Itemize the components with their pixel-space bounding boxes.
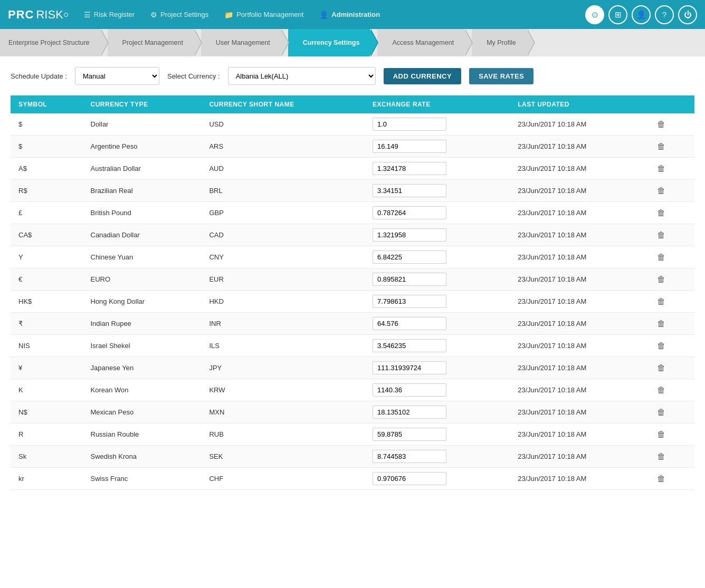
cell-delete: 🗑	[646, 401, 694, 423]
exchange-rate-input[interactable]	[373, 206, 446, 219]
cell-currency-type: Australian Dollar	[83, 158, 202, 180]
exchange-rate-input[interactable]	[373, 250, 446, 264]
delete-currency-button[interactable]: 🗑	[654, 141, 668, 152]
exchange-rate-input[interactable]	[373, 450, 446, 463]
delete-currency-button[interactable]: 🗑	[654, 473, 668, 485]
cell-currency-type: Indian Rupee	[83, 313, 202, 335]
breadcrumb-user-management[interactable]: User Management	[201, 29, 281, 56]
cell-symbol: Y	[11, 246, 83, 268]
cell-currency-type: Brazilian Real	[83, 180, 202, 202]
breadcrumb-access-management[interactable]: Access Management	[377, 29, 464, 56]
delete-currency-button[interactable]: 🗑	[654, 318, 668, 330]
cell-last-updated: 23/Jun/2017 10:18 AM	[510, 379, 646, 401]
delete-currency-button[interactable]: 🗑	[654, 119, 668, 130]
table-header: SYMBOL CURRENCY TYPE CURRENCY SHORT NAME…	[11, 95, 694, 113]
table-row: R Russian Rouble RUB 23/Jun/2017 10:18 A…	[11, 423, 694, 446]
cell-last-updated: 23/Jun/2017 10:18 AM	[510, 313, 646, 335]
cell-symbol: $	[11, 136, 83, 158]
exchange-rate-input[interactable]	[373, 317, 446, 330]
delete-currency-button[interactable]: 🗑	[654, 429, 668, 440]
breadcrumb-currency-settings[interactable]: Currency Settings	[288, 29, 370, 56]
top-navigation: PRC RISK ☰ Risk Register ⚙ Project Setti…	[0, 0, 705, 29]
add-currency-button[interactable]: ADD CURRENCY	[384, 68, 461, 84]
schedule-update-label: Schedule Update :	[11, 72, 67, 80]
cell-currency-type: EURO	[83, 268, 202, 291]
cell-exchange-rate	[365, 158, 510, 180]
cell-currency-type: Israel Shekel	[83, 335, 202, 357]
exchange-rate-input[interactable]	[373, 472, 446, 485]
cell-exchange-rate	[365, 313, 510, 335]
cell-currency-type: Korean Won	[83, 379, 202, 401]
table-row: Y Chinese Yuan CNY 23/Jun/2017 10:18 AM …	[11, 246, 694, 268]
cell-delete: 🗑	[646, 268, 694, 291]
exchange-rate-input[interactable]	[373, 406, 446, 419]
exchange-rate-input[interactable]	[373, 428, 446, 441]
delete-currency-button[interactable]: 🗑	[654, 362, 668, 374]
cell-last-updated: 23/Jun/2017 10:18 AM	[510, 202, 646, 224]
cell-last-updated: 23/Jun/2017 10:18 AM	[510, 246, 646, 268]
cell-short-name: ILS	[201, 335, 365, 357]
cell-exchange-rate	[365, 136, 510, 158]
delete-currency-button[interactable]: 🗑	[654, 229, 668, 241]
breadcrumb-enterprise-project-structure[interactable]: Enterprise Project Structure	[0, 29, 100, 56]
cell-delete: 🗑	[646, 468, 694, 490]
table-row: NIS Israel Shekel ILS 23/Jun/2017 10:18 …	[11, 335, 694, 357]
delete-currency-button[interactable]: 🗑	[654, 163, 668, 175]
user-button[interactable]: 👤	[632, 5, 651, 24]
select-currency-dropdown[interactable]: Albania Lek(ALL)	[228, 67, 376, 85]
cell-last-updated: 23/Jun/2017 10:18 AM	[510, 468, 646, 490]
controls-row: Schedule Update : Manual Daily Weekly Mo…	[11, 67, 694, 85]
toggle-button[interactable]: ⊙	[585, 5, 604, 24]
cell-currency-type: Mexican Peso	[83, 401, 202, 423]
nav-portfolio-management[interactable]: 📁 Portfolio Management	[224, 11, 303, 19]
portfolio-icon: 📁	[224, 11, 233, 19]
cell-delete: 🗑	[646, 202, 694, 224]
delete-currency-button[interactable]: 🗑	[654, 274, 668, 285]
schedule-update-select[interactable]: Manual Daily Weekly Monthly	[75, 67, 159, 85]
exchange-rate-input[interactable]	[373, 295, 446, 308]
cell-currency-type: Dollar	[83, 113, 202, 136]
exchange-rate-input[interactable]	[373, 162, 446, 175]
save-rates-button[interactable]: SAVE RATES	[469, 68, 533, 84]
delete-currency-button[interactable]: 🗑	[654, 252, 668, 263]
table-row: CA$ Canadian Dollar CAD 23/Jun/2017 10:1…	[11, 224, 694, 246]
exchange-rate-input[interactable]	[373, 361, 446, 374]
delete-currency-button[interactable]: 🗑	[654, 384, 668, 396]
nav-risk-register[interactable]: ☰ Risk Register	[84, 11, 135, 19]
nav-project-settings[interactable]: ⚙ Project Settings	[150, 11, 208, 19]
cell-delete: 🗑	[646, 158, 694, 180]
breadcrumb-my-profile[interactable]: My Profile	[472, 29, 527, 56]
exchange-rate-input[interactable]	[373, 339, 446, 352]
table-row: ₹ Indian Rupee INR 23/Jun/2017 10:18 AM …	[11, 313, 694, 335]
cell-symbol: €	[11, 268, 83, 291]
cell-short-name: INR	[201, 313, 365, 335]
cell-delete: 🗑	[646, 113, 694, 136]
breadcrumb-project-management[interactable]: Project Management	[108, 29, 194, 56]
exchange-rate-input[interactable]	[373, 118, 446, 131]
delete-currency-button[interactable]: 🗑	[654, 451, 668, 462]
exchange-rate-input[interactable]	[373, 184, 446, 197]
exchange-rate-input[interactable]	[373, 228, 446, 242]
cell-last-updated: 23/Jun/2017 10:18 AM	[510, 291, 646, 313]
administration-icon: 👤	[319, 11, 328, 19]
delete-currency-button[interactable]: 🗑	[654, 185, 668, 197]
cell-exchange-rate	[365, 291, 510, 313]
exchange-rate-input[interactable]	[373, 140, 446, 153]
cell-exchange-rate	[365, 268, 510, 291]
exchange-rate-input[interactable]	[373, 273, 446, 286]
power-button[interactable]: ⏻	[678, 5, 697, 24]
delete-currency-button[interactable]: 🗑	[654, 407, 668, 418]
main-content: Schedule Update : Manual Daily Weekly Mo…	[0, 56, 705, 588]
exchange-rate-input[interactable]	[373, 383, 446, 397]
cell-exchange-rate	[365, 401, 510, 423]
nav-administration[interactable]: 👤 Administration	[319, 11, 380, 19]
delete-currency-button[interactable]: 🗑	[654, 340, 668, 352]
cell-delete: 🗑	[646, 136, 694, 158]
delete-currency-button[interactable]: 🗑	[654, 296, 668, 307]
cell-short-name: MXN	[201, 401, 365, 423]
delete-currency-button[interactable]: 🗑	[654, 207, 668, 219]
cell-short-name: SEK	[201, 446, 365, 468]
grid-button[interactable]: ⊞	[608, 5, 627, 24]
help-button[interactable]: ?	[655, 5, 674, 24]
logo-risk: RISK	[36, 8, 63, 22]
